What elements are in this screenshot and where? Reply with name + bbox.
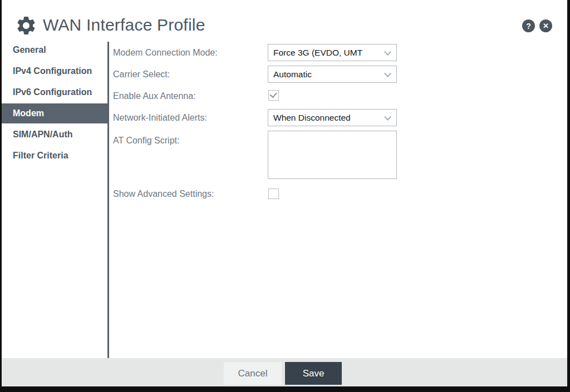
- modem-connection-mode-value: Force 3G (EVDO, UMT: [273, 48, 362, 57]
- carrier-select-select[interactable]: Automatic: [268, 66, 397, 83]
- help-icon[interactable]: ?: [522, 19, 535, 32]
- sidebar-item-general[interactable]: General: [2, 45, 107, 55]
- save-button[interactable]: Save: [285, 362, 342, 385]
- carrier-select-value: Automatic: [273, 70, 312, 79]
- at-config-script-textarea[interactable]: [268, 131, 397, 179]
- show-advanced-settings-checkbox[interactable]: [268, 188, 279, 199]
- at-config-script-label: AT Config Script:: [113, 136, 179, 146]
- cancel-button[interactable]: Cancel: [224, 362, 282, 385]
- chevron-down-icon: [384, 48, 391, 56]
- sidebar-divider: [107, 42, 109, 358]
- modem-connection-mode-label: Modem Connection Mode:: [113, 48, 218, 58]
- show-advanced-settings-label: Show Advanced Settings:: [113, 189, 214, 199]
- sidebar-item-filter-criteria[interactable]: Filter Criteria: [2, 151, 107, 161]
- checkmark-icon: [269, 91, 277, 98]
- sidebar-item-ipv4[interactable]: IPv4 Configuration: [2, 66, 107, 76]
- chevron-down-icon: [384, 113, 391, 121]
- network-initiated-alerts-label: Network-Initiated Alerts:: [113, 113, 207, 123]
- wan-interface-profile-dialog: WAN Interface Profile ? ✕ General IPv4 C…: [2, 0, 567, 386]
- footer-bar: Cancel Save: [2, 358, 567, 386]
- enable-aux-antenna-label: Enable Aux Antenna:: [113, 91, 196, 101]
- page-title: WAN Interface Profile: [43, 16, 205, 34]
- gear-icon: [15, 14, 37, 37]
- network-initiated-alerts-value: When Disconnected: [273, 113, 351, 122]
- network-initiated-alerts-select[interactable]: When Disconnected: [268, 109, 397, 126]
- sidebar-item-sim-apn-auth[interactable]: SIM/APN/Auth: [2, 130, 107, 140]
- close-icon[interactable]: ✕: [539, 19, 552, 32]
- modem-connection-mode-select[interactable]: Force 3G (EVDO, UMT: [268, 44, 397, 61]
- chevron-down-icon: [384, 70, 391, 77]
- screen-backdrop: WAN Interface Profile ? ✕ General IPv4 C…: [0, 0, 570, 392]
- enable-aux-antenna-checkbox[interactable]: [268, 90, 279, 101]
- sidebar-item-ipv6[interactable]: IPv6 Configuration: [2, 87, 107, 97]
- carrier-select-label: Carrier Select:: [113, 70, 170, 80]
- sidebar-item-modem[interactable]: Modem: [2, 103, 107, 123]
